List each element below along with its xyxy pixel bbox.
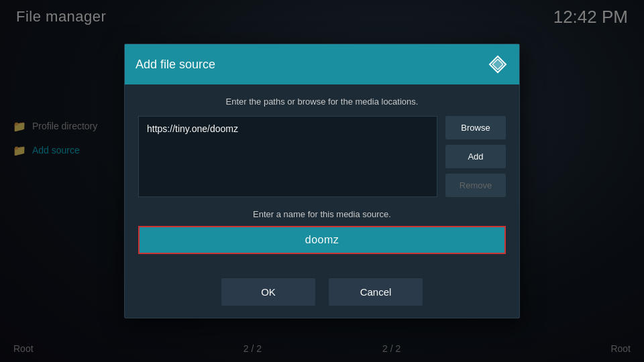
browse-button[interactable]: Browse	[445, 116, 506, 139]
dialog-subtitle: Enter the paths or browse for the media …	[138, 97, 506, 107]
kodi-logo	[487, 54, 508, 75]
dialog-title: Add file source	[136, 58, 215, 72]
add-file-source-dialog: Add file source Enter the paths or brows…	[124, 44, 520, 318]
dialog-header: Add file source	[125, 44, 519, 84]
modal-overlay: Add file source Enter the paths or brows…	[0, 0, 644, 362]
name-input-wrapper	[138, 226, 506, 254]
add-button[interactable]: Add	[445, 145, 506, 168]
ok-button[interactable]: OK	[221, 278, 315, 306]
path-section: https://tiny.one/doomz Browse Add Remove	[138, 116, 506, 197]
path-input-area[interactable]: https://tiny.one/doomz	[138, 116, 437, 197]
name-label: Enter a name for this media source.	[138, 209, 506, 219]
path-buttons: Browse Add Remove	[445, 116, 506, 197]
dialog-body: Enter the paths or browse for the media …	[125, 84, 519, 278]
dialog-footer: OK Cancel	[125, 278, 519, 318]
path-value: https://tiny.one/doomz	[147, 123, 238, 134]
cancel-button[interactable]: Cancel	[329, 278, 423, 306]
remove-button[interactable]: Remove	[445, 174, 506, 197]
name-input[interactable]	[138, 226, 506, 254]
